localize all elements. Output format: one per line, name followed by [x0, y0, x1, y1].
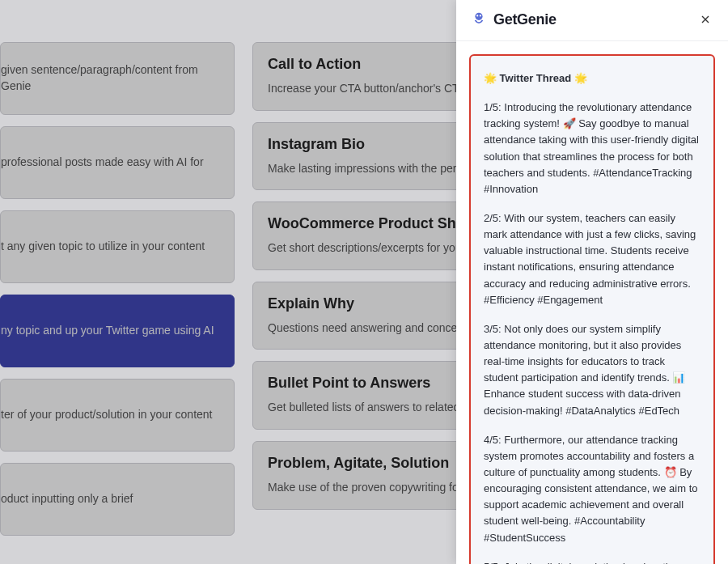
template-desc: given sentence/paragraph/content from Ge… — [1, 62, 221, 94]
template-card-selected: ny topic and up your Twitter game using … — [0, 295, 235, 367]
output-heading: 🌟 Twitter Thread 🌟 — [484, 70, 700, 87]
brand: GetGenie — [469, 10, 557, 29]
template-card: t any given topic to utilize in your con… — [0, 210, 235, 283]
template-card: ter of your product/solution in your con… — [0, 379, 235, 452]
svg-point-2 — [480, 15, 481, 16]
output-tweet: 5/5: Join the digital revolution in educ… — [484, 559, 700, 564]
output-tweet: 1/5: Introducing the revolutionary atten… — [484, 100, 700, 197]
generated-output: 🌟 Twitter Thread 🌟 1/5: Introducing the … — [469, 54, 715, 564]
close-button[interactable] — [696, 10, 715, 29]
output-tweet: 4/5: Furthermore, our attendance trackin… — [484, 432, 700, 546]
template-card: given sentence/paragraph/content from Ge… — [0, 42, 235, 115]
template-desc: oduct inputting only a brief — [1, 491, 133, 507]
template-desc: professional posts made easy with AI for — [1, 155, 204, 171]
getgenie-drawer: GetGenie 🌟 Twitter Thread 🌟 1/5: Introdu… — [456, 0, 728, 564]
brand-name: GetGenie — [493, 11, 557, 28]
drawer-header: GetGenie — [456, 0, 728, 41]
template-desc: t any given topic to utilize in your con… — [1, 239, 205, 255]
svg-point-0 — [475, 13, 482, 20]
template-card: professional posts made easy with AI for — [0, 126, 235, 199]
template-desc: ny topic and up your Twitter game using … — [1, 323, 214, 339]
drawer-body[interactable]: 🌟 Twitter Thread 🌟 1/5: Introducing the … — [456, 41, 728, 564]
svg-point-1 — [476, 15, 478, 16]
genie-logo-icon — [469, 10, 489, 29]
template-card: oduct inputting only a brief — [0, 463, 235, 536]
close-icon — [699, 13, 712, 26]
output-tweet: 3/5: Not only does our system simplify a… — [484, 321, 700, 419]
template-desc: ter of your product/solution in your con… — [1, 407, 212, 423]
output-tweet: 2/5: With our system, teachers can easil… — [484, 210, 700, 308]
